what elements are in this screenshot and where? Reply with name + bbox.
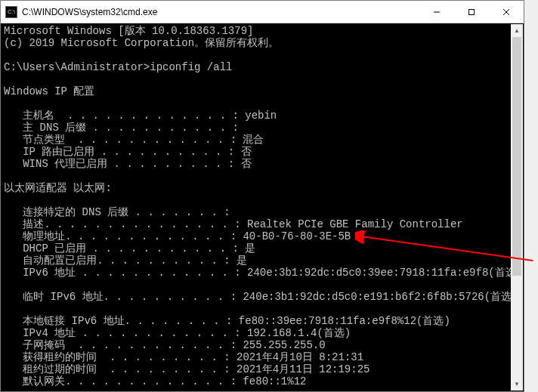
scroll-down-button[interactable]: ▼ xyxy=(511,378,523,390)
cmd-window: C:\ C:\WINDOWS\system32\cmd.exe Microsof… xyxy=(0,0,524,392)
terminal-line: 节点类型 . . . . . . . . . . . . : 混合 xyxy=(4,134,521,146)
terminal-line xyxy=(4,279,521,291)
svg-rect-1 xyxy=(469,9,475,14)
scroll-up-button[interactable]: ▲ xyxy=(511,24,523,37)
terminal-line: IP 路由已启用 . . . . . . . . . . : 否 xyxy=(4,146,521,158)
terminal-line: 本地链接 IPv6 地址. . . . . . . . : fe80::39ee… xyxy=(4,315,521,327)
terminal-line xyxy=(4,303,521,315)
terminal-line: IPv4 地址 . . . . . . . . . . . . : 192.16… xyxy=(4,327,521,339)
cmd-icon: C:\ xyxy=(5,6,17,18)
terminal-line: WINS 代理已启用 . . . . . . . . . : 否 xyxy=(4,158,521,170)
terminal-line xyxy=(4,97,521,110)
terminal-line: 默认网关. . . . . . . . . . . . . : fe80::1%… xyxy=(4,375,521,387)
terminal-output[interactable]: Microsoft Windows [版本 10.0.18363.1379](c… xyxy=(1,23,524,391)
terminal-line xyxy=(4,49,521,61)
terminal-line: C:\Users\Administrator>ipconfig /all xyxy=(4,61,521,73)
terminal-line: (c) 2019 Microsoft Corporation。保留所有权利。 xyxy=(4,37,521,49)
vertical-scrollbar[interactable]: ▲ ▼ xyxy=(511,24,523,390)
terminal-line: DHCP 已启用 . . . . . . . . . . . : 是 xyxy=(4,242,521,255)
terminal-line: 自动配置已启用. . . . . . . . . . : 是 xyxy=(4,255,521,267)
terminal-line: Microsoft Windows [版本 10.0.18363.1379] xyxy=(4,25,521,37)
titlebar[interactable]: C:\ C:\WINDOWS\system32\cmd.exe xyxy=(1,1,524,23)
terminal-line xyxy=(4,73,521,85)
terminal-line: 以太网适配器 以太网: xyxy=(4,182,521,194)
window-title: C:\WINDOWS\system32\cmd.exe xyxy=(22,7,419,17)
terminal-line: 获得租约的时间 . . . . . . . . . : 2021年4月10日 8… xyxy=(4,351,521,363)
minimize-button[interactable] xyxy=(419,1,454,23)
terminal-line: Windows IP 配置 xyxy=(4,85,521,97)
terminal-line: 主 DNS 后缀 . . . . . . . . . . . : xyxy=(4,122,521,134)
scroll-track[interactable] xyxy=(511,37,523,378)
scroll-thumb[interactable] xyxy=(512,37,521,276)
terminal-line: 物理地址. . . . . . . . . . . . . : 40-B0-76… xyxy=(4,230,521,242)
terminal-line: 描述. . . . . . . . . . . . . . . : Realte… xyxy=(4,218,521,230)
terminal-line xyxy=(4,170,521,182)
terminal-line: 连接特定的 DNS 后缀 . . . . . . . : xyxy=(4,206,521,218)
terminal-line xyxy=(4,194,521,206)
maximize-button[interactable] xyxy=(454,1,489,23)
terminal-line: 租约过期的时间 . . . . . . . . . : 2021年4月11日 1… xyxy=(4,363,521,375)
terminal-line: IPv6 地址 . . . . . . . . . . . . : 240e:3… xyxy=(4,267,521,279)
terminal-line: 子网掩码 . . . . . . . . . . . . : 255.255.2… xyxy=(4,339,521,351)
terminal-line: 主机名 . . . . . . . . . . . . . : yebin xyxy=(4,110,521,122)
close-button[interactable] xyxy=(489,1,524,23)
terminal-line: 临时 IPv6 地址. . . . . . . . . . : 240e:3b1… xyxy=(4,291,521,303)
